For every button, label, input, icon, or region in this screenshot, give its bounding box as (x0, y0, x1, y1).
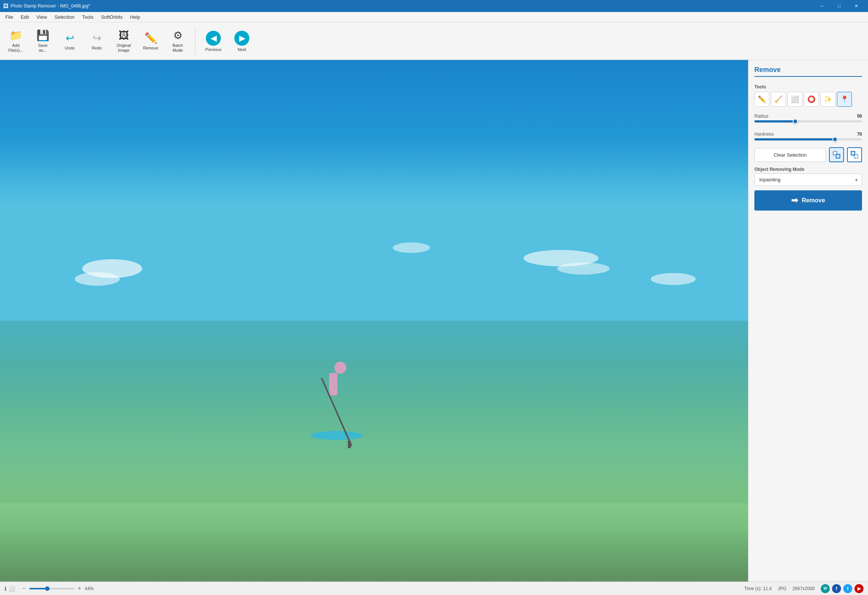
hardness-label: Hardness (754, 132, 774, 137)
select-mode-icon-1[interactable] (829, 147, 844, 162)
hardness-thumb[interactable] (832, 137, 838, 142)
remove-toolbar-button[interactable]: ✏️ Remove (138, 25, 163, 58)
menu-selection[interactable]: Selection (51, 12, 78, 22)
toolbar-separator (195, 28, 195, 54)
menu-tools[interactable]: Tools (78, 12, 97, 22)
youtube-icon[interactable]: ▶ (855, 584, 864, 593)
mode-label: Object Removing Mode (754, 167, 862, 172)
menu-help[interactable]: Help (126, 12, 144, 22)
radius-slider-container: Radius 50 (754, 114, 862, 123)
window-title: Photo Stamp Remover - IMG_0486.jpg* (10, 3, 813, 9)
save-icon: 💾 (36, 29, 49, 42)
social-icons: W f t ▶ (821, 584, 864, 593)
svg-point-6 (557, 263, 610, 275)
status-info-section: ℹ ⬜ (4, 586, 15, 592)
select-mode-icon-2[interactable] (847, 147, 862, 162)
rect-select-status-icon: ⬜ (9, 586, 15, 592)
svg-rect-15 (836, 154, 840, 158)
previous-button[interactable]: ◀ Previous (200, 25, 227, 58)
canvas-area[interactable] (0, 60, 748, 582)
zoom-plus-icon[interactable]: ＋ (76, 585, 82, 592)
zoom-minus-icon[interactable]: － (21, 585, 27, 592)
right-panel: Remove Tools ✏️ 🧹 ⬜ ⭕ ✨ 📍 Radius 50 (748, 60, 868, 582)
radius-thumb[interactable] (793, 119, 798, 124)
previous-label: Previous (205, 47, 222, 52)
radius-value: 50 (857, 114, 862, 119)
zoom-section: － ＋ 44% (21, 585, 94, 592)
svg-point-8 (651, 273, 696, 285)
remove-button[interactable]: ➡ Remove (754, 190, 862, 211)
maximize-button[interactable]: □ (831, 0, 848, 12)
beach-scene-svg (0, 60, 748, 582)
add-files-icon: 📁 (9, 29, 22, 42)
rect-select-tool[interactable]: ⬜ (787, 92, 802, 107)
radius-track[interactable] (754, 120, 862, 123)
original-image-button[interactable]: 🖼 OriginalImage (111, 25, 136, 58)
website-icon[interactable]: W (821, 584, 830, 593)
tools-row: ✏️ 🧹 ⬜ ⭕ ✨ 📍 (754, 92, 862, 107)
toolbar: 📁 AddFile(s)... 💾 Saveas... ↩ Undo ↪ Red… (0, 22, 868, 60)
title-bar: 🖼 Photo Stamp Remover - IMG_0486.jpg* ─ … (0, 0, 868, 12)
next-button[interactable]: ▶ Next (228, 25, 255, 58)
close-button[interactable]: ✕ (848, 0, 865, 12)
next-label: Next (238, 47, 246, 52)
time-info: Time (s): 11.4 (744, 586, 772, 591)
hardness-fill (754, 138, 835, 141)
zoom-level: 44% (85, 586, 94, 591)
remove-arrow-icon: ➡ (791, 196, 798, 205)
redo-button[interactable]: ↪ Redo (84, 25, 109, 58)
menu-edit[interactable]: Edit (17, 12, 33, 22)
zoom-thumb[interactable] (45, 586, 49, 591)
eraser-tool[interactable]: 🧹 (771, 92, 786, 107)
info-icon: ℹ (4, 586, 6, 592)
status-bar: ℹ ⬜ － ＋ 44% Time (s): 11.4 JPG 2667x2000… (0, 582, 868, 595)
svg-rect-1 (0, 321, 748, 503)
menu-view[interactable]: View (33, 12, 51, 22)
stamp-tool[interactable]: 📍 (837, 92, 852, 107)
save-label: Saveas... (38, 43, 47, 53)
batch-mode-label: BatchMode (172, 43, 183, 53)
add-files-label: AddFile(s)... (8, 43, 23, 53)
lasso-tool[interactable]: ⭕ (804, 92, 819, 107)
svg-rect-13 (348, 441, 351, 448)
svg-rect-2 (0, 503, 748, 582)
add-files-button[interactable]: 📁 AddFile(s)... (3, 25, 28, 58)
remove-label: Remove (143, 46, 159, 50)
undo-button[interactable]: ↩ Undo (57, 25, 82, 58)
undo-label: Undo (65, 46, 75, 50)
original-image-label: OriginalImage (117, 43, 131, 53)
save-button[interactable]: 💾 Saveas... (30, 25, 55, 58)
menu-softorbits[interactable]: SoftOrbits (97, 12, 126, 22)
redo-icon: ↪ (93, 32, 101, 44)
mode-select-wrapper[interactable]: Inpainting Content Aware Fill Patch Matc… (754, 173, 862, 186)
svg-point-7 (393, 242, 430, 253)
tools-label: Tools (754, 84, 862, 90)
minimize-button[interactable]: ─ (813, 0, 831, 12)
previous-icon: ◀ (206, 31, 221, 46)
zoom-slider[interactable] (29, 588, 74, 589)
window-controls: ─ □ ✕ (813, 0, 865, 12)
svg-point-9 (310, 431, 363, 440)
batch-mode-button[interactable]: ⚙ BatchMode (165, 25, 190, 58)
clear-selection-area: Clear Selection (754, 147, 862, 162)
twitter-icon[interactable]: t (843, 584, 852, 593)
tools-section: Tools ✏️ 🧹 ⬜ ⭕ ✨ 📍 (754, 84, 862, 107)
original-image-icon: 🖼 (118, 29, 129, 42)
magic-wand-tool[interactable]: ✨ (820, 92, 835, 107)
radius-row: Radius 50 (754, 114, 862, 119)
image-canvas[interactable] (0, 60, 748, 582)
brush-tool[interactable]: ✏️ (754, 92, 769, 107)
panel-title: Remove (754, 66, 862, 77)
app-icon: 🖼 (3, 3, 8, 9)
clear-selection-button[interactable]: Clear Selection (754, 148, 826, 162)
svg-point-11 (334, 362, 346, 374)
mode-select[interactable]: Inpainting Content Aware Fill Patch Matc… (754, 173, 862, 186)
hardness-value: 70 (857, 132, 862, 137)
remove-icon: ✏️ (144, 32, 157, 44)
facebook-icon[interactable]: f (832, 584, 841, 593)
hardness-track[interactable] (754, 138, 862, 141)
main-area: Remove Tools ✏️ 🧹 ⬜ ⭕ ✨ 📍 Radius 50 (0, 60, 868, 582)
undo-icon: ↩ (66, 32, 74, 44)
menu-file[interactable]: File (1, 12, 17, 22)
hardness-row: Hardness 70 (754, 132, 862, 137)
